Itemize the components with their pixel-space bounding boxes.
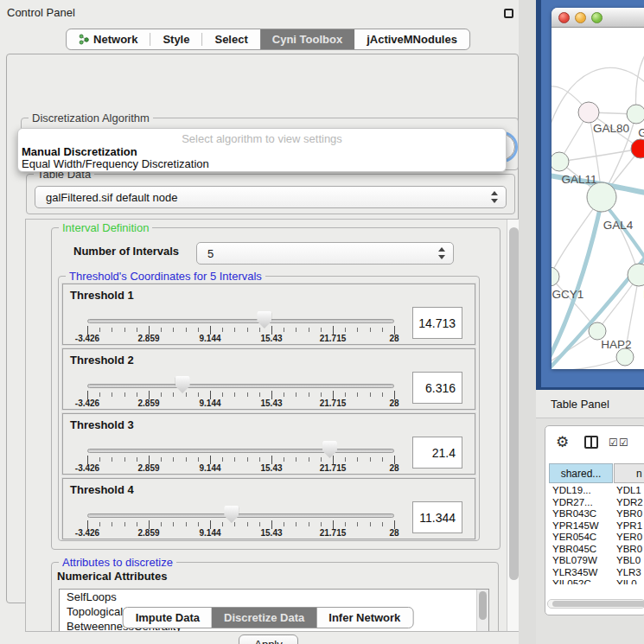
threshold-panel: Threshold 1-3.4262.8599.14415.4321.71528… (62, 284, 475, 345)
minor-tick (370, 457, 371, 462)
network-node-gal11[interactable] (552, 152, 569, 171)
minor-tick (284, 392, 284, 397)
table-row[interactable]: YBL079WYBL0 (545, 555, 644, 567)
table-row[interactable]: YER054CYER0 (545, 532, 644, 544)
network-window-titlebar[interactable] (552, 8, 644, 28)
slider-track[interactable] (87, 449, 394, 453)
checkbox-icon[interactable]: ☑ (609, 437, 618, 449)
minor-tick (259, 328, 260, 332)
tab-impute-data[interactable]: Impute Data (124, 608, 212, 628)
minor-tick (234, 522, 235, 526)
settings-scrollpane: Interval Definition Number of Intervals … (25, 219, 521, 632)
minor-tick (112, 457, 112, 462)
slider-track[interactable] (87, 513, 394, 518)
tab-cyni-toolbox[interactable]: Cyni Toolbox (260, 29, 354, 49)
slider-track[interactable] (87, 384, 394, 388)
number-of-intervals-spinner[interactable]: 5 (196, 242, 454, 265)
table-row[interactable]: YLR345WYLR3 (545, 567, 644, 579)
cell-name: YPR1 (616, 520, 642, 531)
minor-tick (247, 457, 248, 462)
tab-label: Impute Data (136, 611, 200, 624)
group-title: Discretization Algorithm (29, 112, 153, 124)
network-node-ga[interactable] (627, 105, 644, 124)
minor-tick (247, 522, 248, 526)
network-node-gal80[interactable] (578, 102, 599, 123)
network-node[interactable] (616, 348, 634, 366)
table-data-combo[interactable]: galFiltered.sif default node (35, 186, 507, 208)
minor-tick (186, 522, 187, 526)
tab-jactivemnodules[interactable]: jActiveMNodules (354, 29, 469, 49)
column-header-shared-name[interactable]: shared... (549, 463, 613, 483)
network-node-gcy1[interactable] (552, 267, 559, 286)
table-row[interactable]: YIL052CYIL0 (545, 578, 644, 584)
tick-label: 21.715 (320, 399, 347, 408)
minor-tick (161, 457, 162, 462)
table-row[interactable]: YPR145WYPR1 (545, 520, 644, 532)
minor-tick (284, 522, 284, 526)
threshold-value-field[interactable]: 21.4 (412, 437, 462, 469)
network-node-gal4[interactable] (587, 182, 616, 212)
tab-select[interactable]: Select (202, 29, 259, 49)
tab-discretize-data[interactable]: Discretize Data (212, 608, 316, 628)
scrollbar-thumb[interactable] (509, 227, 519, 580)
network-node-c[interactable] (631, 139, 644, 158)
tick-label: 28 (389, 334, 399, 343)
tick-label: 9.144 (199, 399, 220, 408)
cell-shared-name: YBR043C (552, 508, 596, 519)
tab-style[interactable]: Style (150, 29, 201, 49)
slider-track[interactable] (87, 319, 394, 323)
threshold-label: Threshold 1 (70, 289, 134, 302)
table-row[interactable]: YBR043CYBR0 (545, 508, 644, 520)
zoom-traffic-light[interactable] (591, 12, 603, 23)
minor-tick (259, 522, 260, 526)
float-window-icon[interactable] (504, 9, 513, 18)
column-layout-icon[interactable] (584, 436, 598, 449)
network-node-h[interactable] (628, 264, 644, 286)
network-node-label: GAL4 (603, 219, 634, 232)
attribute-list-item[interactable]: SelfLoops (60, 590, 488, 604)
slider-tick-labels: -3.4262.8599.14415.4321.71528 (87, 399, 394, 409)
minor-tick (382, 392, 383, 397)
node-table-card: ⚙ ☑ ☑ shared... n YDL19...YDL1YDR27...YD… (545, 425, 644, 615)
tab-infer-network[interactable]: Infer Network (316, 608, 412, 628)
minor-tick (99, 457, 100, 462)
minor-tick (173, 522, 174, 526)
tab-network[interactable]: Network (67, 29, 150, 49)
network-edge[interactable] (559, 149, 641, 162)
algorithm-option-manual[interactable]: Manual Discretization (22, 145, 137, 158)
checkbox-icon[interactable]: ☑ (619, 437, 628, 449)
scrollbar-thumb[interactable] (552, 601, 644, 607)
gear-icon[interactable]: ⚙ (556, 433, 569, 450)
minor-tick (124, 328, 125, 332)
threshold-value-field[interactable]: 14.713 (412, 307, 462, 339)
table-row[interactable]: YDL19...YDL1 (545, 485, 644, 497)
threshold-value-field[interactable]: 6.316 (412, 372, 462, 404)
column-header-name[interactable]: n (614, 463, 644, 483)
minor-tick (284, 457, 284, 462)
slider-tick-labels: -3.4262.8599.14415.4321.71528 (87, 334, 394, 344)
tab-label: Infer Network (328, 611, 400, 624)
minor-tick (309, 457, 309, 462)
table-horizontal-scrollbar[interactable] (547, 599, 644, 609)
network-node-label: GAL11 (561, 173, 596, 186)
network-node-hap2[interactable] (589, 322, 606, 340)
minor-tick (137, 328, 137, 332)
network-edge[interactable] (552, 357, 625, 369)
algorithm-option-equal-width[interactable]: Equal Width/Frequency Discretization (22, 157, 209, 170)
minor-tick (124, 392, 125, 397)
attributes-scrollbar[interactable] (476, 590, 488, 632)
network-canvas[interactable]: GAL80GACGAL11GAL4GCY1HHAP2 (552, 28, 644, 369)
minimize-traffic-light[interactable] (575, 12, 586, 23)
tab-label: Discretize Data (224, 611, 304, 624)
threshold-value-field[interactable]: 11.344 (412, 501, 462, 533)
minor-tick (296, 328, 296, 332)
table-row[interactable]: YBR045CYBR0 (545, 544, 644, 556)
tick-label: -3.426 (75, 528, 99, 538)
close-traffic-light[interactable] (558, 12, 570, 23)
minor-tick (234, 457, 235, 462)
apply-button[interactable]: Apply (239, 634, 298, 644)
network-node-label: GCY1 (552, 288, 584, 301)
scrollbar-thumb[interactable] (479, 591, 487, 620)
table-row[interactable]: YDR27...YDR2 (545, 497, 644, 509)
minor-tick (234, 392, 235, 397)
